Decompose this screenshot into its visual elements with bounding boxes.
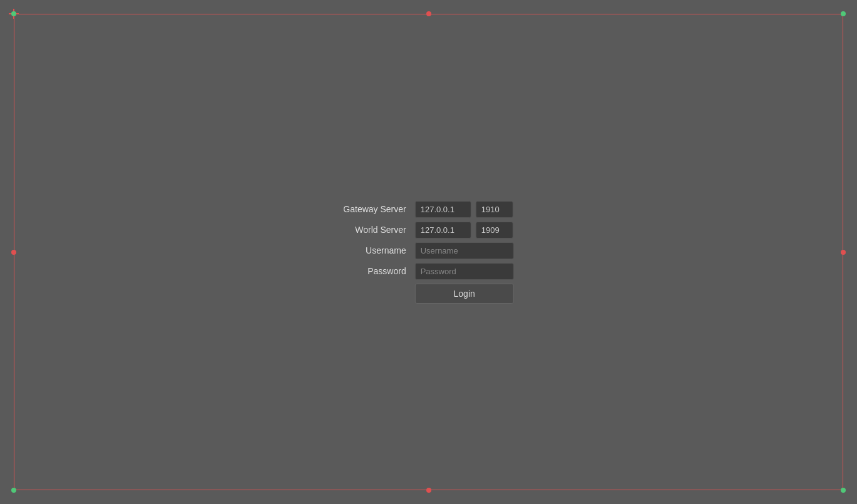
handle-mid-left[interactable] [11, 250, 16, 255]
world-ip-input[interactable] [415, 222, 471, 239]
username-input[interactable] [415, 242, 514, 259]
handle-top-right[interactable] [841, 11, 846, 16]
gateway-ip-input[interactable] [415, 201, 471, 218]
handle-bottom-left[interactable] [11, 488, 16, 493]
handle-mid-right[interactable] [841, 250, 846, 255]
gateway-server-label: Gateway Server [343, 204, 411, 214]
password-label: Password [343, 266, 411, 276]
world-port-input[interactable] [476, 222, 513, 239]
login-button[interactable]: Login [415, 284, 514, 304]
login-form: Gateway Server World Server Username Pas… [343, 201, 513, 304]
handle-bottom-right[interactable] [841, 488, 846, 493]
handle-top-left[interactable] [11, 11, 16, 16]
world-server-label: World Server [343, 225, 411, 235]
handle-mid-bottom[interactable] [426, 488, 431, 493]
gateway-port-input[interactable] [476, 201, 513, 218]
handle-mid-top[interactable] [426, 11, 431, 16]
password-input[interactable] [415, 263, 514, 280]
username-label: Username [343, 245, 411, 255]
